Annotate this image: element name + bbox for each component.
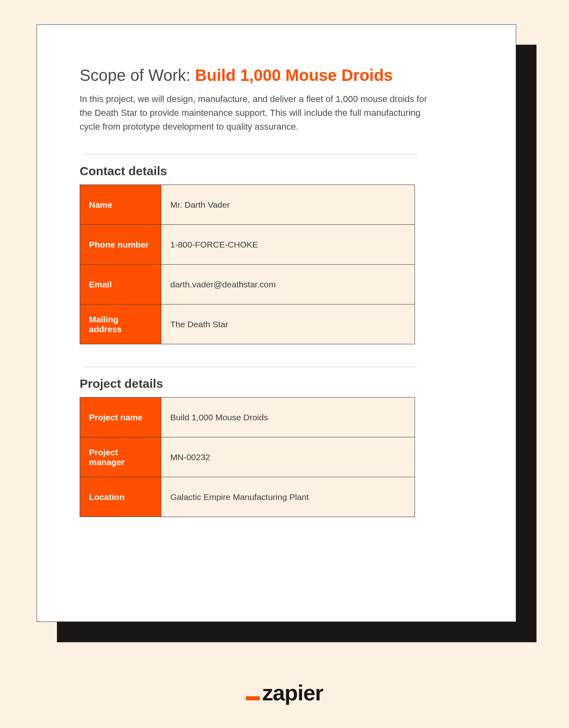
brand-logo: zapier [0,682,569,704]
document-canvas: Scope of Work: Build 1,000 Mouse Droids … [0,0,569,728]
logo-dash-icon [246,696,260,700]
table-row: Email darth.vader@deathstar.com [80,265,415,304]
divider [84,154,417,154]
table-row: Project manager MN-00232 [80,437,415,477]
contact-mailing-value: The Death Star [161,304,415,344]
brand-name: zapier [262,682,323,704]
project-table: Project name Build 1,000 Mouse Droids Pr… [80,397,415,517]
contact-email-value: darth.vader@deathstar.com [161,265,415,304]
contact-email-label: Email [80,265,161,304]
contact-heading: Contact details [80,164,473,178]
contact-name-value: Mr. Darth Vader [161,185,415,225]
table-row: Project name Build 1,000 Mouse Droids [80,398,415,437]
project-heading: Project details [80,377,473,391]
project-manager-label: Project manager [80,437,161,477]
contact-phone-label: Phone number [80,225,161,265]
table-row: Name Mr. Darth Vader [80,185,415,225]
page-title: Scope of Work: Build 1,000 Mouse Droids [80,65,473,85]
contact-mailing-label: Mailing address [80,304,161,344]
table-row: Location Galactic Empire Manufacturing P… [80,477,415,517]
contact-phone-value: 1-800-FORCE-CHOKE [161,225,415,265]
project-name-value: Build 1,000 Mouse Droids [161,398,415,437]
table-row: Phone number 1-800-FORCE-CHOKE [80,225,415,265]
contact-table: Name Mr. Darth Vader Phone number 1-800-… [80,185,415,344]
project-location-label: Location [80,477,161,517]
project-location-value: Galactic Empire Manufacturing Plant [161,477,415,517]
title-highlight: Build 1,000 Mouse Droids [195,66,393,84]
table-row: Mailing address The Death Star [80,304,415,344]
project-manager-value: MN-00232 [161,437,415,477]
title-prefix: Scope of Work: [80,66,195,84]
divider [84,367,417,367]
project-name-label: Project name [80,398,161,437]
intro-paragraph: In this project, we will design, manufac… [80,92,433,134]
contact-name-label: Name [80,185,161,225]
document-page: Scope of Work: Build 1,000 Mouse Droids … [37,24,516,622]
